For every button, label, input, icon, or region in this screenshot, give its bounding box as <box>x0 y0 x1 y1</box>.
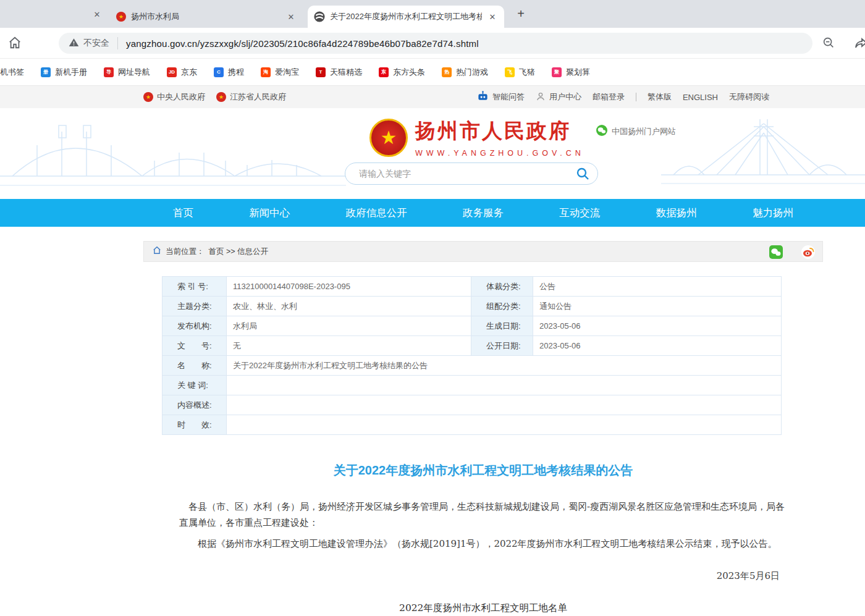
tab-strip: ✕ ★ 扬州市水利局 ✕ 关于2022年度扬州市水利工程文明工地考核结 ✕ + <box>0 0 865 28</box>
article-list-title: 2022年度扬州市水利工程文明工地名单 <box>143 602 823 615</box>
table-row: 时 效: <box>162 415 782 435</box>
bookmark-favicon-icon: 热 <box>442 67 452 77</box>
site-logo[interactable]: ★ 扬州市人民政府 WWW.YANGZHOU.GOV.CN <box>369 117 584 158</box>
meta-value: 11321000014407098E-2023-095 <box>227 277 471 297</box>
national-emblem-icon: ★ <box>116 12 126 22</box>
bookmark-favicon-icon: JD <box>167 67 177 77</box>
meta-label: 内容概述: <box>162 395 227 415</box>
meta-label: 名 称: <box>162 356 227 376</box>
bookmark-favicon-icon: 册 <box>41 67 51 77</box>
user-icon <box>536 91 546 103</box>
gov-top-bar: ★ 中央人民政府 ★ 江苏省人民政府 智能问答 用户中心 <box>0 85 865 108</box>
table-row: 主题分类: 农业、林业、水利 组配分类: 通知公告 <box>162 297 782 316</box>
bookmark-favicon-icon: 导 <box>104 67 114 77</box>
meta-value: 农业、林业、水利 <box>227 297 471 316</box>
nav-info-disclosure[interactable]: 政府信息公开 <box>346 199 407 227</box>
meta-value: 2023-05-06 <box>533 316 782 336</box>
article-paragraph: 根据《扬州市水利工程文明工地建设管理办法》（扬水规[2019]1号），2022年… <box>179 536 787 552</box>
search-icon[interactable] <box>575 166 590 184</box>
tab-current-article[interactable]: 关于2022年度扬州市水利工程文明工地考核结 ✕ <box>308 6 504 28</box>
content-area: 当前位置： 首页 >> 信息公开 索 引 号: 1132100001440709… <box>143 241 823 615</box>
bookmark-item[interactable]: 导 网址导航 <box>104 67 150 78</box>
site-title: 扬州市人民政府 <box>415 117 584 145</box>
tab-title: 关于2022年度扬州市水利工程文明工地考核结 <box>330 11 482 22</box>
link-traditional-chinese[interactable]: 繁体版 <box>648 91 672 103</box>
bookmark-item[interactable]: T 天猫精选 <box>316 67 362 78</box>
meta-value: 无 <box>227 336 471 356</box>
nav-interaction[interactable]: 互动交流 <box>559 199 600 227</box>
link-jiangsu-gov[interactable]: ★ 江苏省人民政府 <box>216 91 286 103</box>
new-tab-button[interactable]: + <box>513 6 529 22</box>
bookmark-favicon-icon: 聚 <box>552 67 562 77</box>
link-mail-login[interactable]: 邮箱登录 <box>593 91 625 103</box>
national-emblem-icon: ★ <box>216 92 226 102</box>
header-art-left <box>0 108 346 199</box>
close-icon[interactable]: ✕ <box>285 11 297 22</box>
nav-services[interactable]: 政务服务 <box>463 199 504 227</box>
link-smart-qa[interactable]: 智能问答 <box>477 90 525 104</box>
bookmark-item[interactable]: 机书签 <box>0 67 24 78</box>
table-row: 文 号: 无 公开日期: 2023-05-06 <box>162 336 782 356</box>
bookmark-item[interactable]: 热 热门游戏 <box>442 67 488 78</box>
main-nav: 首页 新闻中心 政府信息公开 政务服务 互动交流 数据扬州 魅力扬州 <box>0 199 865 227</box>
article-paragraph: 各县（市、区）水利（务）局，扬州经济开发区城乡事务管理局，生态科技新城规划建设局… <box>179 499 787 531</box>
link-accessibility[interactable]: 无障碍阅读 <box>729 91 769 103</box>
article-title: 关于2022年度扬州市水利工程文明工地考核结果的公告 <box>143 462 823 479</box>
link-user-center[interactable]: 用户中心 <box>536 91 581 103</box>
breadcrumb: 当前位置： 首页 >> 信息公开 <box>143 241 823 262</box>
table-row: 发布机构: 水利局 生成日期: 2023-05-06 <box>162 316 782 336</box>
meta-label: 公开日期: <box>471 336 533 356</box>
security-label: 不安全 <box>83 38 109 49</box>
nav-data[interactable]: 数据扬州 <box>656 199 697 227</box>
bookmark-item[interactable]: 淘 爱淘宝 <box>261 67 299 78</box>
zoom-out-icon[interactable] <box>822 36 835 52</box>
warning-icon <box>69 37 79 50</box>
header-art-right <box>661 108 865 199</box>
link-central-gov[interactable]: ★ 中央人民政府 <box>143 91 205 103</box>
breadcrumb-label: 当前位置： <box>166 247 205 257</box>
meta-label: 时 效: <box>162 415 227 435</box>
meta-value: 通知公告 <box>533 297 782 316</box>
meta-value: 水利局 <box>227 316 471 336</box>
bookmark-item[interactable]: 册 新机手册 <box>41 67 87 78</box>
robot-icon <box>477 90 489 104</box>
bookmark-favicon-icon: 飞 <box>505 67 515 77</box>
meta-label: 主题分类: <box>162 297 227 316</box>
close-icon[interactable]: ✕ <box>487 11 498 22</box>
meta-label: 索 引 号: <box>162 277 227 297</box>
search-input[interactable] <box>359 163 563 184</box>
nav-home[interactable]: 首页 <box>173 199 193 227</box>
national-emblem-icon: ★ <box>143 92 153 102</box>
bookmark-favicon-icon: C <box>214 67 224 77</box>
bookmark-item[interactable]: 东 东方头条 <box>379 67 425 78</box>
bookmark-item[interactable]: 飞 飞猪 <box>505 67 535 78</box>
close-icon[interactable]: ✕ <box>91 9 103 20</box>
divider <box>636 93 636 101</box>
meta-value <box>227 415 782 435</box>
link-english[interactable]: ENGLISH <box>683 93 718 102</box>
meta-table: 索 引 号: 11321000014407098E-2023-095 体裁分类:… <box>162 276 782 435</box>
address-bar[interactable]: 不安全 yangzhou.gov.cn/yzszxxgk/slj/202305/… <box>59 33 812 54</box>
breadcrumb-path[interactable]: 首页 >> 信息公开 <box>209 247 269 257</box>
address-bar-row: 不安全 yangzhou.gov.cn/yzszxxgk/slj/202305/… <box>0 28 865 59</box>
home-icon[interactable] <box>8 36 22 52</box>
bookmark-item[interactable]: C 携程 <box>214 67 244 78</box>
wechat-share-icon[interactable] <box>769 245 783 259</box>
table-row: 名 称: 关于2022年度扬州市水利工程文明工地考核结果的公告 <box>162 356 782 376</box>
meta-label: 体裁分类: <box>471 277 533 297</box>
meta-value <box>227 376 782 395</box>
article-date: 2023年5月6日 <box>143 570 780 582</box>
table-row: 内容概述: <box>162 395 782 415</box>
weibo-share-icon[interactable] <box>801 245 815 259</box>
site-url: WWW.YANGZHOU.GOV.CN <box>415 149 584 158</box>
national-emblem-icon: ★ <box>369 119 408 157</box>
nav-charm[interactable]: 魅力扬州 <box>753 199 793 227</box>
bookmark-item[interactable]: JD 京东 <box>167 67 197 78</box>
bookmark-favicon-icon: 淘 <box>261 67 271 77</box>
portal-link[interactable]: 中国扬州门户网站 <box>596 125 676 138</box>
url-text: yangzhou.gov.cn/yzszxxgk/slj/202305/210c… <box>126 38 479 49</box>
tab-water-bureau[interactable]: ★ 扬州市水利局 ✕ <box>110 6 303 28</box>
nav-news[interactable]: 新闻中心 <box>249 199 290 227</box>
share-icon[interactable] <box>854 36 865 53</box>
bookmark-item[interactable]: 聚 聚划算 <box>552 67 590 78</box>
